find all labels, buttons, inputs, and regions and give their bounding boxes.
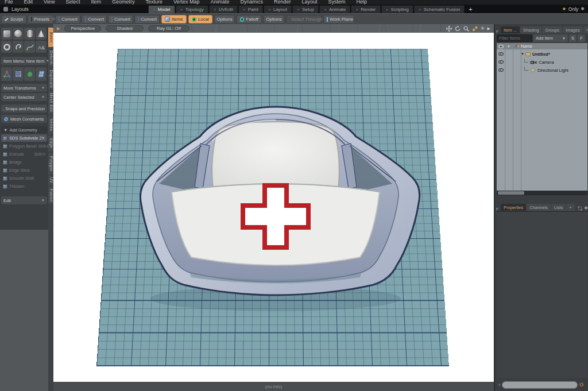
tool-smooth-shift[interactable]: Smooth Shift: [1, 175, 47, 182]
add-layout-tab-button[interactable]: +: [469, 6, 472, 13]
eye-icon[interactable]: [498, 60, 504, 64]
vtab-fusion[interactable]: Fusion: [48, 187, 53, 204]
menu-item[interactable]: Item: [91, 0, 101, 5]
viewport-tab-raygl[interactable]: Ray GL: Off: [148, 25, 189, 32]
vtab-basic[interactable]: Basic: [48, 28, 53, 47]
layout-tab-scripting[interactable]: ✕Scripting: [381, 5, 413, 13]
scrollbar-thumb[interactable]: [498, 191, 524, 195]
tool-sds-subdivide[interactable]: SDS Subdivide 2X: [1, 134, 47, 142]
tab-add-bottom[interactable]: +: [566, 204, 574, 211]
corner-icon[interactable]: [496, 30, 499, 33]
menu-system[interactable]: System: [328, 0, 346, 5]
expand-triangle-icon[interactable]: ▼: [521, 52, 525, 56]
menu-geometry[interactable]: Geometry: [112, 0, 135, 5]
command-history-badge[interactable]: O: [579, 382, 583, 388]
layout-tab-uvedit[interactable]: ✕UVEdit: [209, 5, 238, 13]
gizmo-tool-button[interactable]: [1, 67, 12, 81]
solo-button[interactable]: S: [569, 34, 577, 42]
vtab-mesh-edit[interactable]: Mesh Edit: [48, 91, 53, 114]
items-mode-button[interactable]: Items: [161, 15, 187, 24]
tool-edge-slice[interactable]: Edge Slice: [1, 167, 47, 174]
menu-select[interactable]: Select: [65, 0, 80, 5]
tab-groups[interactable]: Groups: [542, 26, 562, 33]
convert-button-1[interactable]: Convert: [55, 15, 80, 24]
mesh-constraints-button[interactable]: Mesh Constraints: [1, 115, 47, 123]
command-input[interactable]: [502, 381, 578, 389]
rotate-icon[interactable]: [455, 26, 461, 32]
menu-texture[interactable]: Texture: [145, 0, 163, 5]
vtab-edge[interactable]: Edge: [48, 136, 53, 152]
edit-dropdown[interactable]: Edit▼: [1, 196, 47, 204]
select-through-button[interactable]: Select Through: [286, 15, 322, 24]
vtab-uv[interactable]: UV: [48, 176, 53, 185]
plane-tool-button[interactable]: [36, 67, 47, 81]
menu-edit[interactable]: Edit: [24, 0, 33, 5]
primitive-torus-button[interactable]: [1, 41, 12, 53]
layout-tab-model[interactable]: ✕Model: [148, 5, 175, 13]
vtab-polygon[interactable]: Polygon: [48, 153, 53, 175]
viewport-tab-shaded[interactable]: Shaded: [106, 25, 144, 32]
sculpt-blob-tool-button[interactable]: [24, 67, 35, 81]
tab-shading[interactable]: Shading: [520, 26, 542, 33]
primitive-cube-button[interactable]: [1, 28, 12, 40]
snaps-precision-button[interactable]: Snaps and Precision: [1, 104, 47, 113]
tool-bridge[interactable]: Bridge: [1, 158, 47, 166]
vtab-duplicate[interactable]: Duplicate: [48, 68, 53, 90]
menu-vertex-map[interactable]: Vertex Map: [173, 0, 200, 5]
nurse-hat-cookie-cutter-model[interactable]: [53, 24, 494, 382]
layout-tab-layout[interactable]: ✕Layout: [264, 5, 292, 13]
options-button-1[interactable]: Options: [214, 15, 235, 24]
options-button-2[interactable]: Options: [264, 15, 284, 24]
menu-help[interactable]: Help: [357, 0, 368, 5]
expand-arrow-icon[interactable]: ▶: [488, 26, 490, 31]
eye-icon[interactable]: [498, 52, 504, 56]
viewport-tab-perspective[interactable]: Perspective: [64, 25, 101, 32]
falloff-button[interactable]: Falloff: [237, 15, 262, 24]
layout-tab-animate[interactable]: ✕Animate: [319, 5, 350, 13]
tool-extrude[interactable]: ExtrudeShift-X: [1, 150, 47, 158]
tab-lists[interactable]: Lists: [551, 204, 566, 211]
eye-icon[interactable]: [498, 68, 504, 72]
convert-button-4[interactable]: Convert: [134, 15, 160, 24]
primitive-cylinder-button[interactable]: [24, 28, 35, 40]
expand-icon[interactable]: [578, 206, 582, 211]
layout-tab-topology[interactable]: ✕Topology: [176, 5, 208, 13]
viewport-3d[interactable]: ▶ Perspective Shaded Ray GL: Off ✱ ▶: [53, 24, 494, 382]
more-transforms-dropdown[interactable]: More Transforms▼: [1, 84, 47, 92]
tab-add[interactable]: +: [583, 26, 588, 33]
keys-icon[interactable]: [472, 26, 478, 32]
layout-tab-setup[interactable]: ✕Setup: [292, 5, 319, 13]
tab-images[interactable]: Images: [563, 26, 583, 33]
tree-row-scene[interactable]: ▼ Untitled*: [497, 51, 587, 57]
item-tree-hscrollbar[interactable]: [497, 191, 587, 195]
menu-view[interactable]: View: [44, 0, 55, 5]
tab-channels[interactable]: Channels: [527, 204, 551, 211]
sculpt-button[interactable]: Sculpt: [1, 15, 26, 24]
pan-icon[interactable]: [446, 26, 452, 32]
work-plane-button[interactable]: Work Plane: [323, 15, 354, 24]
text-tool-button[interactable]: A&: [36, 41, 47, 53]
layout-tab-render[interactable]: ✕Render: [351, 5, 380, 13]
only-toggle[interactable]: Only: [568, 6, 578, 12]
primitive-sphere-button[interactable]: [13, 28, 24, 40]
center-selected-dropdown[interactable]: Center Selected▼: [1, 93, 47, 101]
vtab-vertex[interactable]: Vertex: [48, 115, 53, 134]
item-menu-dropdown[interactable]: Item Menu: New Item▼: [1, 57, 47, 65]
local-mode-button[interactable]: Local: [188, 15, 212, 24]
menu-layout[interactable]: Layout: [302, 0, 318, 5]
layout-tab-schematic-fusion[interactable]: ✕Schematic Fusion: [414, 5, 465, 13]
tab-properties[interactable]: Properties: [501, 204, 526, 211]
vtab-deform[interactable]: Deform: [48, 48, 53, 67]
menu-animate[interactable]: Animate: [210, 0, 229, 5]
gear-icon[interactable]: ✱: [481, 26, 485, 31]
mesh-grid-tool-button[interactable]: [13, 67, 24, 81]
layout-tab-paint[interactable]: ✕Paint: [238, 5, 263, 13]
tool-thicken[interactable]: Thicken: [1, 183, 47, 190]
filter-button[interactable]: F: [578, 34, 585, 42]
add-item-dropdown[interactable]: Add Item▼: [533, 34, 568, 42]
presets-button[interactable]: PresetsF6: [28, 15, 53, 24]
menu-render[interactable]: Render: [274, 0, 291, 5]
zoom-icon[interactable]: [463, 26, 469, 32]
menu-dynamics[interactable]: Dynamics: [241, 0, 264, 5]
tab-item-list[interactable]: Item ...: [501, 26, 520, 33]
